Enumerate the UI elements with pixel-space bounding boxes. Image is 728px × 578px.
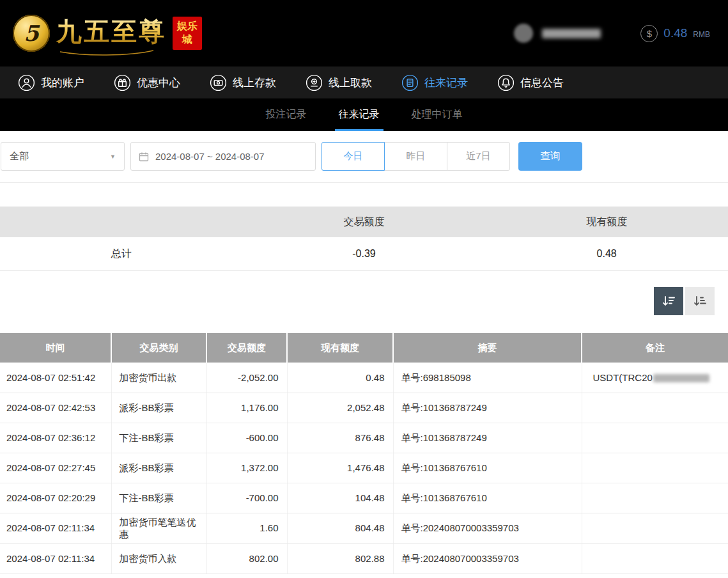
nav-label: 往来记录 bbox=[424, 75, 468, 90]
redacted-text bbox=[653, 374, 709, 382]
date-range-input[interactable]: 2024-08-07 ~ 2024-08-07 bbox=[130, 142, 316, 171]
cell-amount: -600.00 bbox=[206, 423, 287, 453]
balance-display: $ 0.48 RMB bbox=[640, 25, 710, 42]
summary-total-row: 总计 -0.39 0.48 bbox=[0, 237, 728, 271]
sort-asc-icon bbox=[693, 295, 707, 308]
summary-header-balance: 现有额度 bbox=[485, 215, 728, 229]
header-remark: 备注 bbox=[582, 333, 728, 363]
tab-processing-orders[interactable]: 处理中订单 bbox=[410, 98, 464, 131]
username-redacted[interactable] bbox=[542, 29, 601, 38]
header-amount: 交易额度 bbox=[206, 333, 287, 363]
logo-emblem-icon: 5 bbox=[13, 15, 50, 52]
cell-summary: 单号:101368787249 bbox=[393, 423, 582, 453]
sort-descending-button[interactable] bbox=[654, 287, 683, 315]
nav-label: 优惠中心 bbox=[137, 75, 180, 90]
cell-balance: 802.88 bbox=[287, 543, 393, 574]
nav-item-deposit[interactable]: 线上存款 bbox=[210, 74, 276, 91]
logo-text-wrap: 九五至尊 bbox=[56, 14, 166, 53]
nav-label: 信息公告 bbox=[520, 75, 564, 90]
avatar[interactable] bbox=[514, 24, 533, 43]
table-row: 2024-08-07 02:11:34加密货币笔笔送优惠1.60804.48单号… bbox=[0, 513, 728, 543]
cell-remark bbox=[582, 453, 728, 483]
gift-icon bbox=[114, 74, 131, 91]
table-row: 2024-08-07 02:36:12下注-BB彩票-600.00876.48单… bbox=[0, 423, 728, 453]
summary-table: 交易额度 现有额度 总计 -0.39 0.48 bbox=[0, 207, 728, 271]
records-icon bbox=[401, 74, 419, 91]
cell-summary: 单号:202408070003359703 bbox=[393, 543, 582, 574]
tab-transaction-records[interactable]: 往来记录 bbox=[337, 98, 381, 131]
balance-amount: 0.48 bbox=[663, 26, 687, 40]
header-time: 时间 bbox=[0, 333, 111, 363]
balance-currency: RMB bbox=[693, 30, 710, 39]
cell-type: 派彩-BB彩票 bbox=[111, 453, 206, 483]
table-row: 2024-08-07 02:11:34加密货币入款802.00802.88单号:… bbox=[0, 543, 728, 574]
cell-remark bbox=[582, 513, 728, 543]
cell-amount: -700.00 bbox=[206, 483, 287, 513]
summary-header-transaction: 交易额度 bbox=[243, 215, 486, 229]
nav-label: 线上取款 bbox=[329, 75, 372, 90]
cell-amount: 1,176.00 bbox=[206, 393, 287, 423]
cell-time: 2024-08-07 02:42:53 bbox=[0, 393, 111, 423]
nav-item-my-account[interactable]: 我的账户 bbox=[18, 74, 84, 91]
sub-nav: 投注记录 往来记录 处理中订单 bbox=[0, 98, 728, 131]
logo-text: 九五至尊 bbox=[56, 14, 166, 49]
last-7-days-button[interactable]: 近7日 bbox=[447, 142, 510, 171]
type-select[interactable]: 全部 ▼ bbox=[1, 142, 125, 171]
table-body: 2024-08-07 02:51:42加密货币出款-2,052.000.48单号… bbox=[0, 363, 728, 574]
summary-balance-total: 0.48 bbox=[485, 248, 728, 260]
search-button[interactable]: 查询 bbox=[518, 142, 582, 171]
deposit-icon bbox=[210, 74, 227, 91]
logo-badge: 娱乐城 bbox=[173, 17, 202, 50]
summary-header-row: 交易额度 现有额度 bbox=[0, 207, 728, 237]
filter-bar: 全部 ▼ 2024-08-07 ~ 2024-08-07 今日 昨日 近7日 查… bbox=[0, 131, 728, 183]
cell-balance: 2,052.48 bbox=[287, 393, 393, 423]
today-button[interactable]: 今日 bbox=[321, 142, 385, 171]
quick-range-group: 今日 昨日 近7日 bbox=[321, 142, 510, 171]
table-header-row: 时间 交易类别 交易额度 现有额度 摘要 备注 bbox=[0, 333, 728, 363]
nav-item-withdraw[interactable]: 线上取款 bbox=[306, 74, 372, 91]
summary-transaction-total: -0.39 bbox=[243, 248, 486, 260]
sort-ascending-button[interactable] bbox=[685, 287, 715, 315]
sort-bar bbox=[0, 271, 728, 333]
logo-flourish-icon bbox=[59, 50, 155, 56]
cell-time: 2024-08-07 02:20:29 bbox=[0, 483, 111, 513]
notice-icon bbox=[497, 74, 515, 91]
nav-item-announcements[interactable]: 信息公告 bbox=[497, 74, 564, 91]
type-select-value: 全部 bbox=[10, 150, 29, 162]
cell-balance: 804.48 bbox=[287, 513, 393, 543]
cell-amount: -2,052.00 bbox=[206, 363, 287, 393]
nav-item-promotions[interactable]: 优惠中心 bbox=[114, 74, 180, 91]
logo: 5 九五至尊 娱乐城 bbox=[13, 14, 202, 53]
cell-remark: USDT(TRC20 bbox=[582, 363, 728, 393]
header-type: 交易类别 bbox=[111, 333, 206, 363]
withdraw-icon bbox=[306, 74, 323, 91]
cell-summary: 单号:101368767610 bbox=[393, 483, 582, 513]
calendar-icon bbox=[139, 152, 149, 162]
cell-type: 加密货币笔笔送优惠 bbox=[111, 513, 206, 543]
cell-summary: 单号:202408070003359703 bbox=[393, 513, 582, 543]
cell-type: 加密货币入款 bbox=[111, 543, 206, 574]
cell-time: 2024-08-07 02:36:12 bbox=[0, 423, 111, 453]
tab-betting-records[interactable]: 投注记录 bbox=[265, 98, 308, 131]
cell-remark bbox=[582, 393, 728, 423]
user-icon bbox=[18, 74, 35, 91]
header-summary: 摘要 bbox=[393, 333, 582, 363]
nav-item-records[interactable]: 往来记录 bbox=[401, 74, 468, 91]
cell-balance: 876.48 bbox=[287, 423, 393, 453]
cell-type: 下注-BB彩票 bbox=[111, 483, 206, 513]
cell-summary: 单号:101368767610 bbox=[393, 453, 582, 483]
date-range-value: 2024-08-07 ~ 2024-08-07 bbox=[155, 151, 265, 162]
cell-amount: 802.00 bbox=[206, 543, 287, 574]
top-header: 5 九五至尊 娱乐城 $ 0.48 RMB bbox=[0, 0, 728, 66]
yesterday-button[interactable]: 昨日 bbox=[384, 142, 447, 171]
cell-summary: 单号:698185098 bbox=[393, 363, 582, 393]
cell-summary: 单号:101368787249 bbox=[393, 393, 582, 423]
table-row: 2024-08-07 02:20:29下注-BB彩票-700.00104.48单… bbox=[0, 483, 728, 513]
cell-balance: 104.48 bbox=[287, 483, 393, 513]
sort-desc-icon bbox=[662, 295, 676, 308]
cell-time: 2024-08-07 02:11:34 bbox=[0, 543, 111, 574]
cell-time: 2024-08-07 02:11:34 bbox=[0, 513, 111, 543]
cell-amount: 1,372.00 bbox=[206, 453, 287, 483]
cell-remark bbox=[582, 483, 728, 513]
records-table: 时间 交易类别 交易额度 现有额度 摘要 备注 2024-08-07 02:51… bbox=[0, 333, 728, 574]
